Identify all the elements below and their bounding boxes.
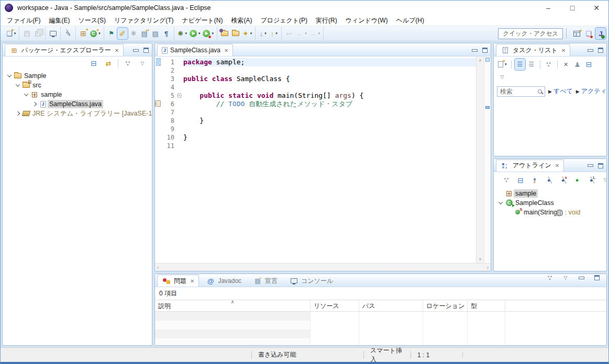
code-line[interactable]: 2	[155, 66, 476, 75]
export-icon[interactable]	[230, 28, 241, 39]
new-class-icon[interactable]: C+▾	[89, 28, 102, 39]
menu-ウィンドウ[interactable]: ウィンドウ(W)	[341, 15, 392, 26]
new-java-project-icon[interactable]: ⊞+	[78, 28, 88, 39]
code-line[interactable]: 4	[155, 83, 476, 92]
quick-access-box[interactable]: クイック・アクセス	[498, 28, 563, 39]
scroll-down-icon[interactable]: ∨	[479, 257, 482, 261]
table-row[interactable]	[155, 329, 606, 338]
overview-ruler[interactable]	[484, 56, 491, 263]
dropdown-arrow-icon[interactable]: ▾	[275, 31, 278, 36]
open-perspective-icon[interactable]: +	[571, 28, 582, 39]
expander-collapsed-icon[interactable]	[14, 112, 21, 115]
editor-horizontal-scrollbar[interactable]: ‹ ›	[155, 263, 491, 271]
tab-outline[interactable]: アウトライン ✕	[496, 160, 564, 172]
code-line[interactable]: 1package sample;	[155, 58, 476, 66]
run-icon[interactable]: ▾	[189, 28, 202, 39]
dropdown-arrow-icon[interactable]: ▾	[318, 31, 320, 36]
dropdown-arrow-icon[interactable]: ▾	[185, 31, 187, 36]
dropdown-arrow-icon[interactable]: ▾	[250, 31, 252, 36]
expander-open-icon[interactable]	[497, 201, 504, 204]
table-row[interactable]	[155, 338, 606, 345]
table-row[interactable]	[155, 321, 606, 329]
tab-console[interactable]: コンソール	[284, 275, 338, 287]
view-dots-icon[interactable]: ∵	[123, 58, 133, 69]
hide-completed-icon[interactable]: ✕	[561, 59, 571, 70]
dropdown-arrow-icon[interactable]: ▾	[264, 31, 267, 36]
pen-slash-icon[interactable]: ✎╲	[63, 28, 73, 39]
menu-ヘルプ[interactable]: ヘルプ(H)	[392, 15, 428, 26]
save-all-icon[interactable]	[32, 28, 43, 39]
editor-vertical-scrollbar[interactable]: ∧ ∨	[476, 56, 484, 263]
tab-declaration[interactable]: ▤→宣言	[248, 275, 282, 287]
expander-collapsed-icon[interactable]	[31, 103, 38, 106]
maximize-view-icon[interactable]	[598, 48, 603, 53]
close-editor-icon[interactable]: ✕	[224, 48, 228, 53]
tab-package-explorer[interactable]: ⊞ パッケージ・エクスプローラー ✕	[5, 44, 124, 56]
maximize-view-icon[interactable]	[598, 163, 603, 168]
tree-item[interactable]: Sample	[3, 71, 152, 81]
menu-検索[interactable]: 検索(A)	[227, 15, 256, 26]
view-menu-icon[interactable]: ▽	[137, 58, 148, 69]
filter-all-link[interactable]: ▶ すべて	[548, 87, 573, 96]
hide-static-icon[interactable]: ●s╲	[558, 175, 568, 186]
tree-item[interactable]: CSampleClass	[494, 198, 606, 208]
collapse-all-icon[interactable]: ⊟	[515, 175, 526, 186]
tree-item[interactable]: ⊞src	[3, 81, 152, 90]
expander-open-icon[interactable]	[23, 93, 30, 96]
menu-ソース[interactable]: ソース(S)	[74, 15, 110, 26]
tree-item[interactable]: JRE システム・ライブラリー [JavaSE-1.8]	[3, 109, 152, 118]
menu-プロジェクト[interactable]: プロジェクト(P)	[256, 15, 312, 26]
import-icon[interactable]	[219, 28, 230, 39]
collapse-all-icon[interactable]: ⊟	[88, 58, 99, 69]
tab-task-list[interactable]: タスク・リスト ✕	[496, 44, 570, 56]
minimize-view-icon[interactable]	[472, 49, 478, 52]
hide-fields-icon[interactable]: ●╲	[544, 175, 554, 186]
close-view-icon[interactable]: ✕	[190, 278, 194, 284]
pin-icon[interactable]: ⚑	[106, 28, 117, 39]
code-line[interactable]: 10}	[155, 133, 476, 142]
close-view-icon[interactable]: ✕	[115, 48, 119, 53]
code-line[interactable]: 6 // TODO 自動生成されたメソッド・スタブ	[155, 100, 476, 108]
sweep-icon[interactable]: ❋	[128, 28, 139, 39]
view-menu-icon[interactable]: ▽	[600, 175, 607, 186]
mark-occurrences-icon[interactable]: ✐	[117, 28, 128, 39]
dropdown-arrow-icon[interactable]: ▾	[305, 31, 307, 36]
close-window-button[interactable]: ✕	[584, 1, 608, 15]
last-edit-icon[interactable]: ↩	[284, 28, 294, 39]
scroll-right-icon[interactable]: ›	[487, 265, 489, 270]
open-console-icon[interactable]	[48, 28, 58, 39]
tab-problems[interactable]: 問題✕	[157, 275, 199, 287]
annotation-prev-icon[interactable]: ↑▾	[269, 28, 279, 39]
maximize-view-icon[interactable]	[143, 48, 149, 53]
maximize-window-button[interactable]: □	[560, 1, 584, 15]
tree-item[interactable]: JSampleClass.java	[3, 99, 152, 109]
minimize-view-icon[interactable]	[588, 164, 593, 167]
link-editor-icon[interactable]: ⇄	[103, 58, 114, 69]
scheduled-view-icon[interactable]: ☰	[526, 59, 537, 70]
new-wizard-icon[interactable]: ❏✦▾	[5, 28, 17, 39]
task-marker-icon[interactable]	[155, 100, 161, 107]
tab-sampleclass-java[interactable]: J SampleClass.java ✕	[157, 44, 233, 56]
code-line[interactable]: 9	[155, 125, 476, 133]
search-icon[interactable]: ✦▾	[241, 28, 253, 39]
scroll-left-icon[interactable]: ‹	[157, 265, 159, 270]
tree-item[interactable]: Smain(String[]) : void	[494, 208, 606, 217]
expander-open-icon[interactable]	[6, 74, 13, 77]
show-public-only-icon[interactable]: ●	[572, 175, 582, 186]
overview-header-icon[interactable]	[485, 58, 490, 62]
maximize-view-icon[interactable]	[482, 48, 488, 53]
minimize-view-icon[interactable]	[588, 49, 593, 52]
code-editor[interactable]: 1package sample;23public class SampleCla…	[155, 56, 476, 263]
view-menu-icon[interactable]: ▽	[497, 72, 507, 83]
code-line[interactable]: 3public class SampleClass {	[155, 75, 476, 83]
column-header-説明[interactable]: ∧説明	[155, 300, 311, 311]
fold-collapse-icon[interactable]: −	[177, 93, 182, 98]
save-icon[interactable]	[21, 28, 32, 39]
minimize-view-icon[interactable]	[576, 274, 586, 283]
task-marker-overview[interactable]	[485, 106, 490, 109]
forward-icon[interactable]: →▾	[308, 28, 322, 39]
menu-実行[interactable]: 実行(R)	[312, 15, 341, 26]
table-row[interactable]	[155, 312, 606, 321]
open-task-icon[interactable]: ▤↵	[139, 28, 150, 39]
code-line[interactable]: 5− public static void main(String[] args…	[155, 92, 476, 100]
